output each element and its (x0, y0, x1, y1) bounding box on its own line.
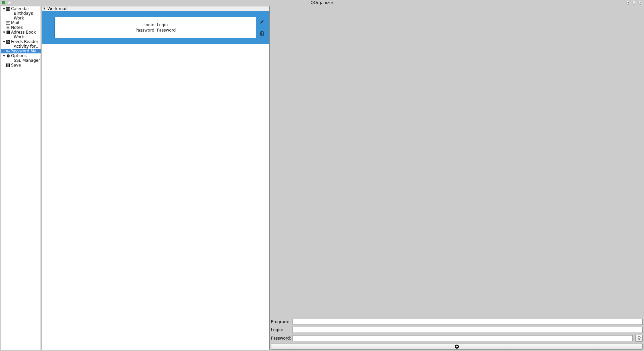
maximize-button[interactable]: ◦ (632, 1, 636, 5)
svg-rect-0 (6, 7, 10, 10)
reveal-password-button[interactable] (635, 335, 643, 342)
entry-form-panel: Program: Login: Password: + (270, 5, 644, 351)
entry-password-label: Password: (136, 28, 156, 33)
svg-rect-12 (6, 32, 7, 33)
entry-login-value: Login (157, 23, 168, 27)
password-list-body (42, 44, 269, 350)
sidebar-item-label: Mail (11, 20, 19, 25)
entry-login-label: Login: (144, 23, 156, 27)
notes-icon (6, 26, 10, 30)
password-entry[interactable]: Login: Login Password: Password (42, 11, 269, 44)
window-title: QOrganizer (311, 0, 333, 5)
svg-rect-13 (6, 33, 7, 34)
entry-card: Login: Login Password: Password (54, 17, 256, 38)
svg-point-31 (638, 337, 640, 339)
password-label: Password: (271, 336, 290, 341)
sidebar-item-ssl-manager[interactable]: SSL Manager (1, 58, 41, 63)
bulb-icon (637, 336, 641, 341)
entry-login-line: Login: Login (144, 23, 168, 27)
sidebar: ▼ Calendar Birthdays Work Mail Notes (1, 6, 41, 350)
svg-point-21 (8, 55, 9, 56)
login-input[interactable] (292, 327, 643, 333)
sidebar-item-work-addressbook[interactable]: Work (1, 35, 41, 39)
expander-icon[interactable]: ▼ (2, 7, 6, 10)
svg-point-16 (6, 50, 7, 52)
edit-button[interactable] (259, 19, 265, 25)
form-row-program: Program: (271, 319, 643, 325)
sidebar-item-label: Password Man... (10, 49, 41, 53)
sidebar-item-label: Feeds Reader (11, 39, 38, 44)
program-input[interactable] (292, 319, 643, 325)
close-button[interactable]: × (638, 1, 642, 5)
svg-rect-23 (7, 64, 9, 65)
expander-icon[interactable]: ▼ (2, 40, 6, 43)
entry-actions (259, 17, 265, 38)
minimize-button[interactable]: ▾ (626, 1, 630, 5)
svg-rect-10 (7, 31, 9, 34)
sidebar-item-label: Save (11, 63, 21, 68)
delete-button[interactable] (259, 31, 265, 36)
sidebar-item-calendar[interactable]: ▼ Calendar (1, 6, 41, 11)
mail-icon (6, 21, 10, 25)
expander-icon[interactable]: ▼ (2, 31, 6, 34)
sidebar-item-save[interactable]: Save (1, 63, 41, 68)
sidebar-item-label: Notes (11, 25, 23, 30)
titlebar: QOrganizer ▾ ◦ × (0, 0, 644, 5)
sidebar-item-label: Work (14, 35, 24, 39)
add-entry-button[interactable]: + (271, 344, 643, 350)
feeds-icon (6, 40, 10, 44)
entry-password-value: Password (157, 28, 176, 33)
sidebar-item-options[interactable]: ▼ Options (1, 53, 41, 58)
sidebar-item-label: Calendar (11, 6, 29, 11)
entry-group-header[interactable]: ▼ Work mail (42, 6, 269, 11)
sidebar-item-password-manager[interactable]: Password Man... (1, 49, 41, 53)
sidebar-item-activity[interactable]: Activity for QO... (1, 44, 41, 49)
sidebar-item-label: Adress Book (11, 30, 36, 35)
sidebar-item-label: Work (14, 16, 24, 20)
addressbook-icon (6, 30, 10, 34)
sidebar-item-birthdays[interactable]: Birthdays (1, 11, 41, 16)
chevron-down-icon: ▼ (43, 7, 45, 10)
form-row-login: Login: (271, 327, 643, 333)
gear-icon (6, 54, 10, 58)
calendar-icon (6, 7, 10, 11)
workspace: ▼ Calendar Birthdays Work Mail Notes (0, 5, 644, 351)
app-icon (2, 1, 5, 4)
svg-rect-32 (639, 339, 640, 340)
password-input[interactable] (292, 335, 633, 341)
sidebar-item-label: Options (11, 53, 26, 58)
save-icon (6, 63, 10, 67)
svg-rect-24 (7, 65, 9, 67)
form-row-password: Password: (271, 335, 643, 342)
svg-rect-11 (6, 31, 7, 32)
titlebar-dot (8, 1, 11, 4)
program-label: Program: (271, 319, 290, 324)
login-label: Login: (271, 327, 290, 332)
entry-password-line: Password: Password (136, 28, 176, 33)
plus-icon: + (455, 345, 459, 349)
expander-icon[interactable]: ▼ (2, 54, 6, 57)
sidebar-item-mail[interactable]: Mail (1, 20, 41, 25)
key-icon (5, 49, 10, 53)
window-controls: ▾ ◦ × (626, 1, 642, 5)
sidebar-item-addressbook[interactable]: ▼ Adress Book (1, 30, 41, 35)
svg-rect-30 (261, 31, 263, 32)
sidebar-item-feeds[interactable]: ▼ Feeds Reader (1, 39, 41, 44)
svg-point-15 (7, 42, 7, 43)
password-list-panel: ▼ Work mail Login: Login Password: Passw… (42, 6, 270, 350)
sidebar-item-work-calendar[interactable]: Work (1, 16, 41, 20)
sidebar-item-label: Birthdays (14, 11, 33, 16)
entry-group-title: Work mail (47, 6, 67, 11)
sidebar-item-label: SSL Manager (14, 58, 40, 63)
sidebar-item-notes[interactable]: Notes (1, 25, 41, 30)
sidebar-item-label: Activity for QO... (14, 44, 41, 49)
